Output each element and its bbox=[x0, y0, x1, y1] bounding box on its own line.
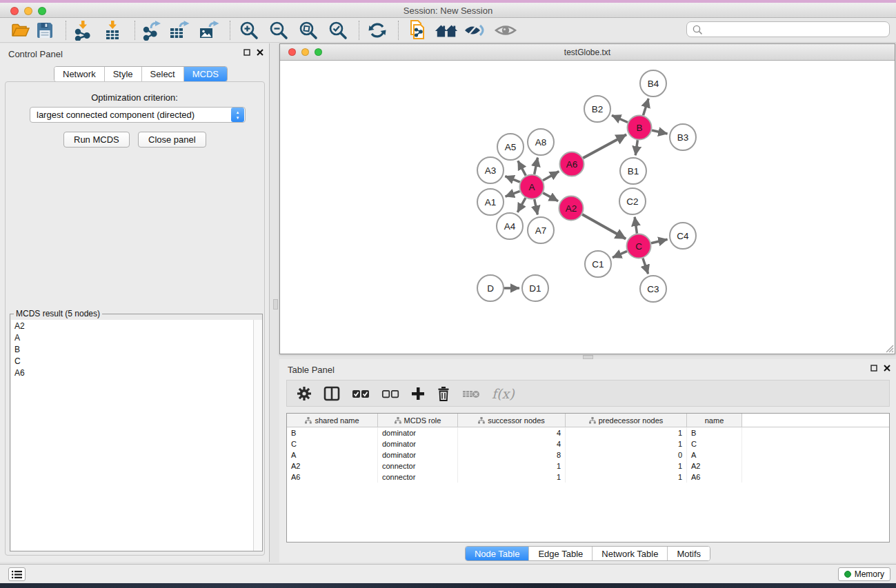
tab-network-table[interactable]: Network Table bbox=[593, 547, 668, 560]
table-row[interactable]: Bdominator41B bbox=[287, 427, 889, 438]
node-C3[interactable]: C3 bbox=[640, 276, 666, 302]
edge-A-A4[interactable] bbox=[517, 198, 526, 212]
tab-edge-table[interactable]: Edge Table bbox=[529, 547, 593, 560]
clone-network-button[interactable] bbox=[406, 20, 429, 41]
edge-A-A7[interactable] bbox=[535, 199, 538, 214]
node-A6[interactable]: A6 bbox=[560, 152, 584, 176]
delete-button[interactable] bbox=[437, 386, 450, 401]
table-cell[interactable]: C bbox=[287, 438, 378, 449]
node-A2[interactable]: A2 bbox=[559, 196, 584, 221]
result-item[interactable]: A bbox=[11, 332, 262, 343]
network-graph[interactable]: B4B2BB3B1C2A5A8A6A3AA1A2A4A7CC4C1C3DD1 bbox=[280, 61, 895, 354]
table-cell[interactable]: 4 bbox=[458, 438, 566, 449]
tab-motifs[interactable]: Motifs bbox=[668, 547, 710, 560]
table-cell[interactable]: 1 bbox=[566, 472, 687, 483]
table-cell[interactable]: connector bbox=[378, 460, 458, 472]
column-header-predecessor-nodes[interactable]: predecessor nodes bbox=[566, 414, 687, 427]
edge-C-C3[interactable] bbox=[643, 258, 648, 274]
home-view-button[interactable] bbox=[435, 20, 458, 41]
table-cell[interactable]: 0 bbox=[566, 449, 687, 460]
task-history-button[interactable] bbox=[8, 567, 26, 581]
edge-C-C1[interactable] bbox=[613, 251, 627, 257]
edge-A-A5[interactable] bbox=[518, 161, 526, 175]
save-session-button[interactable] bbox=[33, 20, 57, 41]
tab-mcds[interactable]: MCDS bbox=[184, 67, 227, 82]
edge-C-C2[interactable] bbox=[635, 217, 637, 234]
tab-select[interactable]: Select bbox=[142, 67, 184, 82]
result-scrollbar[interactable] bbox=[253, 320, 262, 551]
table-row[interactable]: Adominator80A bbox=[287, 449, 889, 460]
node-C2[interactable]: C2 bbox=[619, 188, 646, 214]
table-cell[interactable]: A6 bbox=[687, 472, 742, 483]
zoom-selected-button[interactable] bbox=[326, 20, 350, 41]
node-A8[interactable]: A8 bbox=[528, 129, 554, 155]
node-B1[interactable]: B1 bbox=[620, 158, 646, 184]
refresh-button[interactable] bbox=[366, 20, 389, 41]
table-cell[interactable]: 1 bbox=[566, 460, 687, 472]
network-canvas[interactable]: B4B2BB3B1C2A5A8A6A3AA1A2A4A7CC4C1C3DD1 bbox=[280, 61, 895, 354]
table-cell[interactable]: C bbox=[687, 438, 742, 449]
column-header-successor-nodes[interactable]: successor nodes bbox=[458, 414, 566, 427]
tab-style[interactable]: Style bbox=[105, 67, 142, 82]
table-cell[interactable]: 1 bbox=[458, 460, 566, 472]
edge-A-A6[interactable] bbox=[543, 172, 559, 181]
table-cell[interactable]: B bbox=[287, 427, 378, 438]
result-item[interactable]: B bbox=[11, 343, 262, 355]
column-header-name[interactable]: name bbox=[687, 414, 742, 427]
show-graphics-button[interactable] bbox=[494, 20, 517, 41]
result-item[interactable]: C bbox=[11, 355, 262, 367]
close-panel-button[interactable]: Close panel bbox=[138, 132, 206, 148]
function-builder-button[interactable]: f(x) bbox=[492, 386, 515, 401]
hide-graphics-button[interactable] bbox=[464, 20, 487, 41]
table-cell[interactable]: dominator bbox=[378, 427, 458, 438]
node-D[interactable]: D bbox=[477, 275, 504, 301]
column-header-shared-name[interactable]: shared name bbox=[287, 414, 378, 427]
node-C[interactable]: C bbox=[627, 234, 651, 258]
node-C1[interactable]: C1 bbox=[585, 251, 611, 277]
tab-node-table[interactable]: Node Table bbox=[466, 547, 530, 560]
table-cell[interactable]: A bbox=[687, 449, 742, 460]
table-cell[interactable]: 1 bbox=[566, 427, 687, 438]
table-cell[interactable]: A bbox=[287, 449, 378, 460]
edge-C-C4[interactable] bbox=[651, 239, 668, 243]
node-table[interactable]: shared nameMCDS rolesuccessor nodesprede… bbox=[286, 413, 890, 543]
column-header-MCDS-role[interactable]: MCDS role bbox=[378, 414, 458, 427]
table-cell[interactable]: 1 bbox=[458, 472, 566, 483]
table-cell[interactable]: dominator bbox=[378, 438, 458, 449]
tab-network[interactable]: Network bbox=[54, 67, 105, 82]
table-cell[interactable]: A2 bbox=[687, 460, 742, 472]
table-row[interactable]: A2connector11A2 bbox=[287, 460, 889, 472]
edge-A2-C[interactable] bbox=[582, 214, 626, 239]
open-session-button[interactable] bbox=[9, 20, 32, 41]
select-all-button[interactable] bbox=[352, 389, 370, 398]
node-A5[interactable]: A5 bbox=[497, 134, 524, 160]
table-cell[interactable]: dominator bbox=[378, 449, 458, 460]
table-row[interactable]: A6connector11A6 bbox=[287, 472, 889, 483]
deselect-all-button[interactable] bbox=[381, 389, 399, 398]
export-network-button[interactable] bbox=[140, 20, 163, 41]
node-B[interactable]: B bbox=[628, 116, 652, 140]
edge-B-B2[interactable] bbox=[612, 115, 628, 122]
close-panel-icon[interactable] bbox=[257, 49, 263, 56]
node-A7[interactable]: A7 bbox=[528, 217, 554, 243]
edge-A-A2[interactable] bbox=[543, 193, 558, 201]
result-item[interactable]: A2 bbox=[11, 320, 262, 332]
table-cell[interactable]: B bbox=[687, 427, 742, 438]
result-item[interactable]: A6 bbox=[11, 367, 262, 378]
table-cell[interactable]: 1 bbox=[566, 438, 687, 449]
node-B3[interactable]: B3 bbox=[670, 124, 696, 150]
delete-table-button[interactable] bbox=[462, 388, 480, 399]
edge-B-B3[interactable] bbox=[652, 130, 667, 134]
table-cell[interactable]: A2 bbox=[287, 460, 378, 472]
run-mcds-button[interactable]: Run MCDS bbox=[63, 132, 130, 148]
node-A1[interactable]: A1 bbox=[477, 189, 504, 215]
import-table-button[interactable] bbox=[101, 20, 124, 41]
edge-A-A1[interactable] bbox=[506, 191, 520, 196]
vertical-splitter-handle[interactable] bbox=[273, 299, 278, 310]
add-column-button[interactable] bbox=[411, 387, 425, 401]
table-cell[interactable]: A6 bbox=[287, 472, 378, 483]
table-cell[interactable]: 4 bbox=[458, 427, 566, 438]
node-B4[interactable]: B4 bbox=[640, 70, 666, 97]
zoom-in-button[interactable] bbox=[237, 20, 261, 41]
edge-A-A8[interactable] bbox=[535, 158, 538, 174]
